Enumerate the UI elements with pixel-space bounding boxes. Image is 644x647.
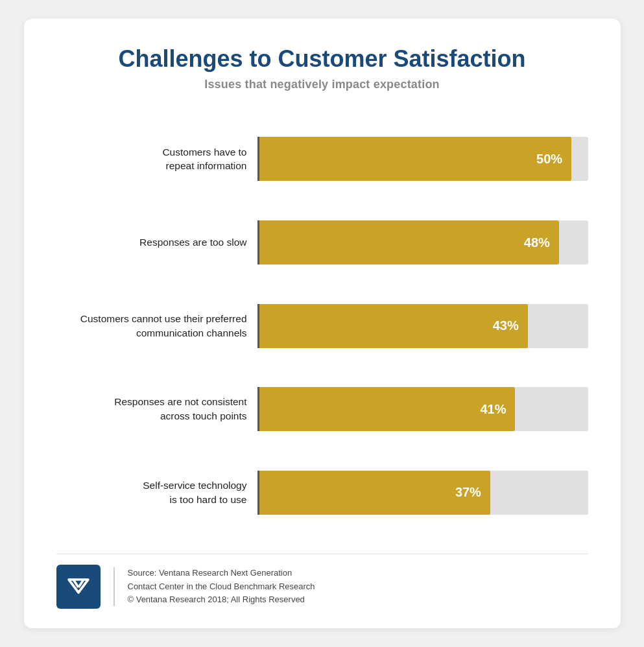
ventana-logo-icon [65, 573, 92, 600]
bar-label-text: Self-service technologyis too hard to us… [56, 478, 257, 506]
bar-value-label: 41% [480, 402, 506, 417]
chart-row: Customers have torepeat information50% [56, 137, 588, 181]
bar-value-label: 50% [536, 152, 562, 167]
chart-area: Customers have torepeat information50%Re… [56, 111, 588, 541]
bar-value-label: 48% [524, 235, 550, 250]
bar-fill: 50% [259, 137, 572, 181]
chart-row: Responses are not consistentacross touch… [56, 387, 588, 431]
chart-header: Challenges to Customer Satisfaction Issu… [56, 45, 588, 91]
bar-container: 50% [259, 137, 588, 181]
bar-container: 41% [259, 387, 588, 431]
bar-value-label: 37% [455, 485, 481, 500]
infographic-card: Challenges to Customer Satisfaction Issu… [24, 19, 621, 628]
footer-source: Source: Ventana Research Next Generation… [128, 567, 315, 607]
footer-divider [113, 567, 115, 606]
bar-container: 37% [259, 471, 588, 515]
chart-row: Self-service technologyis too hard to us… [56, 471, 588, 515]
bar-label-text: Responses are too slow [56, 235, 257, 250]
bar-label-text: Responses are not consistentacross touch… [56, 395, 257, 423]
bar-container: 48% [259, 220, 588, 265]
bar-fill: 43% [259, 304, 528, 348]
subtitle: Issues that negatively impact expectatio… [56, 78, 588, 91]
main-title: Challenges to Customer Satisfaction [56, 45, 588, 73]
bar-value-label: 43% [493, 318, 519, 333]
chart-row: Responses are too slow48% [56, 220, 588, 265]
logo-box [56, 565, 101, 609]
bar-label-text: Customers cannot use their preferredcomm… [56, 312, 257, 340]
bar-container: 43% [259, 304, 588, 348]
chart-row: Customers cannot use their preferredcomm… [56, 304, 588, 348]
bar-fill: 48% [259, 220, 559, 265]
bar-fill: 41% [259, 387, 516, 431]
footer: Source: Ventana Research Next Generation… [56, 554, 588, 609]
bar-fill: 37% [259, 471, 490, 515]
bar-label-text: Customers have torepeat information [56, 145, 257, 173]
